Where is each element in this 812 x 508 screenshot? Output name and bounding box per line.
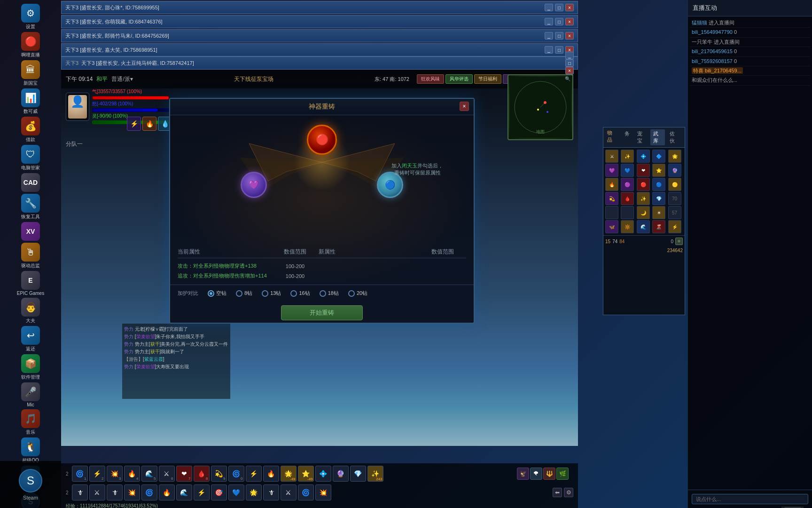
main-maximize-btn[interactable]: □ [565, 59, 574, 67]
item-cell-8[interactable]: ⭐ [652, 164, 665, 177]
title-bar-1[interactable]: 天下3 [盛世长安, 你萌我藏, ID:684746376] _ □ × [61, 15, 578, 28]
taskbar-icon-software[interactable]: 📦 软件管理 [16, 354, 45, 381]
buff-3[interactable]: 🔱 [543, 468, 555, 480]
diamond-16[interactable]: 16钻 [290, 290, 310, 297]
maximize-btn-1[interactable]: □ [555, 18, 563, 25]
item-cell-21[interactable] [621, 206, 634, 219]
forge-start-btn[interactable]: 开始重铸 [281, 305, 363, 320]
taskbar-icon-daxue[interactable]: 👨 大夫 [16, 298, 45, 324]
item-cell-6[interactable]: 💙 [621, 164, 634, 177]
hotslot-1-10[interactable]: 🌀0 [228, 466, 244, 482]
main-minimize-btn[interactable]: _ [565, 52, 574, 59]
item-cell-20[interactable] [605, 206, 618, 219]
steam-icon[interactable]: S [19, 469, 42, 492]
item-cell-26[interactable]: 🔆 [621, 220, 634, 233]
festival-btn[interactable]: 节日福利 [474, 74, 501, 84]
item-cell-24[interactable]: 57 [668, 206, 681, 219]
hotslot-2-10[interactable]: 💙 [228, 484, 244, 500]
forge-close-btn[interactable]: × [460, 102, 469, 111]
close-btn-2[interactable]: × [565, 32, 574, 40]
hotslot-1-11[interactable]: ⚡ [246, 466, 262, 482]
taskbar-icon-store[interactable]: 🏛 新国宝 [16, 60, 45, 87]
item-cell-14[interactable]: 🟡 [668, 178, 681, 191]
maximize-btn-0[interactable]: □ [555, 4, 563, 11]
diamond-20[interactable]: 20钻 [348, 290, 367, 297]
hotslot-1-7[interactable]: ❤7 [176, 466, 192, 482]
item-cell-19[interactable]: 70 [668, 192, 681, 205]
hotslot-1-4[interactable]: 🔥4 [124, 466, 140, 482]
item-tab-wu[interactable]: 务 [622, 129, 632, 145]
hotslot-2-14[interactable]: 🌀 [298, 484, 314, 500]
hotslot-1-6[interactable]: ⚔6 [159, 466, 175, 482]
main-close-btn[interactable]: × [565, 67, 574, 74]
item-cell-3[interactable]: 🔷 [652, 150, 665, 163]
radio-16[interactable] [290, 290, 297, 297]
minimize-btn-2[interactable]: _ [545, 32, 553, 40]
hotslot-1-5[interactable]: 🌊5 [141, 466, 157, 482]
taskbar-icon-undo[interactable]: ↩ 返还 [16, 326, 45, 352]
item-cell-16[interactable]: 🩸 [621, 192, 634, 205]
hotslot-1-3[interactable]: 💥3 [107, 466, 123, 482]
close-btn-0[interactable]: × [565, 4, 574, 11]
item-cell-12[interactable]: 🔴 [637, 178, 650, 191]
hotslot-1-17[interactable]: 💎 [350, 466, 366, 482]
hotslot-1-2[interactable]: ⚡2 [89, 466, 105, 482]
hotslot-1-1[interactable]: 🌀1 [72, 466, 88, 482]
taskbar-icon-cad[interactable]: CAD [16, 173, 45, 192]
maximize-btn-2[interactable]: □ [555, 32, 563, 40]
hotslot-2-11[interactable]: 🌟 [246, 484, 262, 500]
title-bar-2[interactable]: 天下3 [盛世长安, 郎骑竹马来/, ID:684756269] _ □ × [61, 29, 578, 42]
radio-20[interactable] [348, 290, 355, 297]
settings-game-btn[interactable]: ⚙ [564, 488, 573, 497]
hotslot-2-2[interactable]: ⚔ [89, 484, 105, 500]
hotslot-1-14[interactable]: -49⭐ [298, 466, 314, 482]
item-cell-4[interactable]: 🌟 [668, 150, 681, 163]
currency-add-btn[interactable]: + [675, 238, 683, 245]
buff-2[interactable]: 🌪 [530, 468, 542, 480]
item-cell-1[interactable]: ✨ [621, 150, 634, 163]
hotslot-2-9[interactable]: 🎯 [211, 484, 227, 500]
broadcast-input[interactable] [692, 494, 808, 504]
hotslot-1-8[interactable]: 🩸8 [194, 466, 210, 482]
taskbar-icon-qq2[interactable]: 🐧 超级QQ [16, 437, 45, 464]
minimize-btn-3[interactable]: _ [545, 46, 553, 54]
title-bar-0[interactable]: 天下3 [盛世长安, 甜心珠*, ID:758699955] _ □ × [61, 1, 578, 14]
taskbar-icon-mic[interactable]: 🎤 Mic [16, 382, 45, 407]
buff-1[interactable]: 🦅 [517, 468, 529, 480]
hotslot-1-18[interactable]: 243✨ [367, 466, 383, 482]
minimap[interactable]: 地图 🔍 [508, 74, 573, 140]
taskbar-icon-epic[interactable]: E EPIC Games [16, 271, 45, 296]
hotslot-2-7[interactable]: 🌊 [176, 484, 192, 500]
item-cell-25[interactable]: 🦋 [605, 220, 618, 233]
taskbar-icon-xv[interactable]: XV [16, 222, 45, 241]
minimize-btn-1[interactable]: _ [545, 18, 553, 25]
radio-18[interactable] [320, 290, 326, 297]
item-cell-29[interactable]: ⚡ [668, 220, 681, 233]
item-cell-27[interactable]: 🌊 [637, 220, 650, 233]
hotslot-2-13[interactable]: ⚔ [281, 484, 297, 500]
hotslot-2-12[interactable]: 🗡 [263, 484, 279, 500]
taskbar-icon-music[interactable]: 🎵 音乐 [16, 409, 45, 436]
title-bar-3[interactable]: 天下3 [盛世长安, 嘉大笑, ID:758698951] _ □ × [61, 43, 578, 56]
taskbar-icon-settings[interactable]: ⚙ 设置 [16, 4, 45, 30]
radio-8[interactable] [236, 290, 242, 297]
taskbar-icon-recovery[interactable]: 🔧 恢复工具 [16, 194, 45, 220]
item-tab-pet[interactable]: 宠宝 [634, 129, 649, 145]
taskbar-icon-browser[interactable]: 🔴 啊哩直播 [16, 32, 45, 58]
hotslot-2-3[interactable]: 🗡 [107, 484, 123, 500]
hotslot-2-15[interactable]: 💥 [315, 484, 331, 500]
buff-4[interactable]: 🌿 [556, 468, 569, 480]
hotslot-2-4[interactable]: 💥 [124, 484, 140, 500]
diamond-18[interactable]: 18钻 [320, 290, 339, 297]
diamond-empty[interactable]: 空钻 [208, 290, 226, 297]
maximize-btn-3[interactable]: □ [555, 46, 563, 54]
minimap-zoom[interactable]: 🔍 [565, 76, 570, 81]
taskbar-icon-driver[interactable]: 🖱 驱动总监 [16, 243, 45, 269]
item-cell-11[interactable]: 🟣 [621, 178, 634, 191]
item-cell-18[interactable]: 💎 [652, 192, 665, 205]
hotslot-1-12[interactable]: 🔥 [263, 466, 279, 482]
item-tab-gear[interactable]: 佐伙 [667, 129, 681, 145]
forge-top-orb[interactable]: 🔴 [307, 125, 337, 155]
item-cell-9[interactable]: 🔮 [668, 164, 681, 177]
diamond-13[interactable]: 13钻 [262, 290, 281, 297]
